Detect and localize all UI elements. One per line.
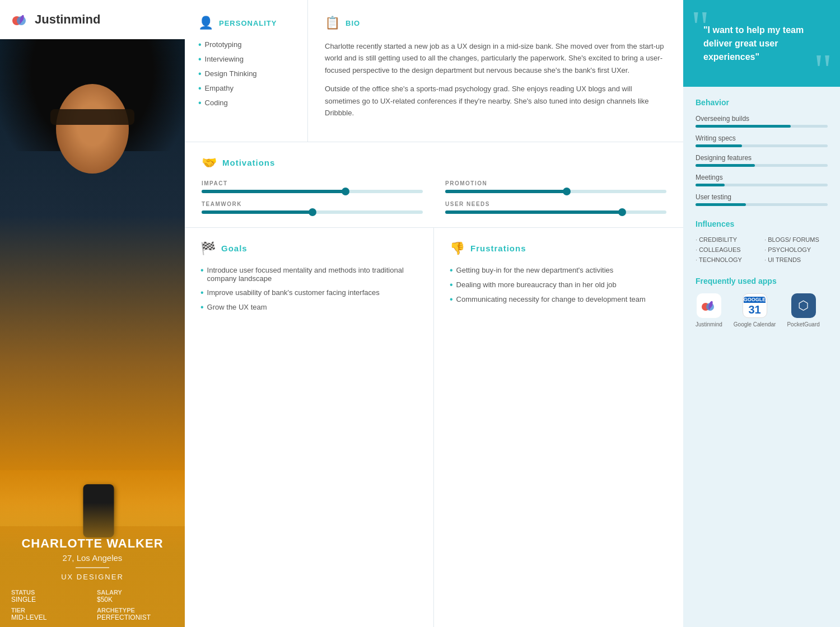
- person-divider: [76, 567, 109, 568]
- behavior-fill: [696, 125, 791, 128]
- behavior-section: Behavior Overseeing builds Writing specs…: [696, 98, 828, 206]
- app-item: Justinmind: [696, 293, 722, 327]
- influence-item: CREDIBILITY: [696, 236, 759, 243]
- personality-section: 👤 PERSONALITY PrototypingInterviewingDes…: [185, 0, 308, 142]
- behavior-title: Behavior: [696, 98, 828, 107]
- motivation-dot: [618, 208, 626, 216]
- bio-icon: 📋: [325, 16, 340, 30]
- motivation-fill: [202, 190, 346, 193]
- behavior-bar: [696, 184, 828, 186]
- motivations-icon: 🤝: [202, 156, 217, 170]
- app-label: PocketGuard: [787, 321, 819, 327]
- person-info: CHARLOTTE WALKER 27, Los Angeles UX DESI…: [0, 503, 185, 627]
- personality-icon: 👤: [198, 16, 213, 30]
- behavior-label: Overseeing builds: [696, 115, 828, 123]
- behavior-fill: [696, 164, 755, 167]
- influences-section: Influences CREDIBILITYBLOGS/ FORUMSCOLLE…: [696, 219, 828, 263]
- behavior-item: User testing: [696, 193, 828, 206]
- frustrations-section: 👎 Frustrations Getting buy-in for the ne…: [434, 228, 683, 627]
- personality-item: Empathy: [198, 84, 294, 93]
- goals-section: 🏁 Goals Introduce user focused mentality…: [185, 228, 434, 627]
- frustration-item: Getting buy-in for the new department's …: [450, 266, 668, 275]
- motivation-grid: IMPACT PROMOTION TEAMWORK USER NEEDS: [202, 180, 666, 214]
- behavior-label: Designing features: [696, 154, 828, 162]
- right-panel: " "I want to help my team deliver great …: [683, 0, 840, 627]
- person-name: CHARLOTTE WALKER: [11, 536, 174, 551]
- motivation-item: IMPACT: [202, 180, 423, 193]
- motivation-dot: [342, 188, 349, 195]
- frustration-item: Dealing with more bureaucracy than in he…: [450, 280, 668, 289]
- personality-header: 👤 PERSONALITY: [198, 16, 294, 30]
- motivation-fill: [445, 190, 567, 193]
- behavior-bars: Overseeing builds Writing specs Designin…: [696, 115, 828, 206]
- motivation-bar: [202, 210, 423, 214]
- personality-item: Design Thinking: [198, 69, 294, 78]
- stat-salary-label: SALARY: [97, 589, 174, 596]
- motivations-title: Motivations: [222, 158, 275, 167]
- behavior-label: User testing: [696, 193, 828, 201]
- personality-item: Interviewing: [198, 55, 294, 64]
- behavior-fill: [696, 203, 746, 206]
- middle-top: 👤 PERSONALITY PrototypingInterviewingDes…: [185, 0, 683, 142]
- frustrations-title: Frustrations: [470, 244, 526, 253]
- influence-item: UI TRENDS: [764, 256, 828, 263]
- influence-item: COLLEAGUES: [696, 246, 759, 253]
- frustrations-icon: 👎: [450, 241, 465, 256]
- behavior-item: Designing features: [696, 154, 828, 167]
- behavior-label: Meetings: [696, 174, 828, 181]
- bio-header: 📋 BIO: [325, 16, 666, 30]
- quote-block: " "I want to help my team deliver great …: [683, 0, 840, 87]
- goal-item: Introduce user focused mentality and met…: [200, 266, 418, 283]
- behavior-item: Writing specs: [696, 134, 828, 147]
- behavior-item: Overseeing builds: [696, 115, 828, 128]
- stat-tier-value: MID-LEVEL: [11, 614, 88, 621]
- logo-icon: [10, 10, 30, 30]
- app-item: ⬡ PocketGuard: [787, 293, 819, 327]
- motivation-dot: [309, 208, 316, 216]
- behavior-fill: [696, 144, 742, 147]
- quote-text: "I want to help my team deliver great us…: [699, 24, 824, 64]
- bio-para2: Outside of the office she's a sports-mad…: [325, 83, 666, 119]
- bottom-sections: 🏁 Goals Introduce user focused mentality…: [185, 228, 683, 627]
- personality-title: PERSONALITY: [219, 19, 277, 27]
- motivation-item: USER NEEDS: [445, 201, 666, 214]
- app-icon: GOOGLE 31: [743, 293, 767, 318]
- frustrations-list: Getting buy-in for the new department's …: [450, 266, 668, 304]
- motivations-header: 🤝 Motivations: [202, 156, 666, 170]
- app-icon: ⬡: [791, 293, 816, 318]
- behavior-fill: [696, 184, 725, 186]
- motivation-item: PROMOTION: [445, 180, 666, 193]
- middle-panel: 👤 PERSONALITY PrototypingInterviewingDes…: [185, 0, 683, 627]
- person-age: 27, Los Angeles: [11, 553, 174, 563]
- motivation-dot: [563, 188, 571, 195]
- goal-item: Improve usability of bank's customer fac…: [200, 288, 418, 297]
- behavior-bar: [696, 125, 828, 128]
- motivation-bar: [445, 190, 666, 193]
- left-panel: Justinmind CHARLOTTE WALKER 27, Los Ange…: [0, 0, 185, 627]
- behavior-item: Meetings: [696, 174, 828, 186]
- person-role: UX DESIGNER: [11, 573, 174, 581]
- influences-grid: CREDIBILITYBLOGS/ FORUMSCOLLEAGUESPSYCHO…: [696, 236, 828, 263]
- goals-title: Goals: [221, 244, 248, 253]
- apps-title: Frequently used apps: [696, 277, 828, 286]
- motivation-label: PROMOTION: [445, 180, 666, 186]
- stat-archetype: ARCHETYPE PERFECTIONIST: [97, 607, 174, 621]
- personality-item: Coding: [198, 99, 294, 107]
- motivation-bar: [445, 210, 666, 214]
- motivation-bar: [202, 190, 423, 193]
- stat-status: STATUS SINGLE: [11, 589, 88, 603]
- motivation-fill: [202, 210, 312, 214]
- behavior-bar: [696, 203, 828, 206]
- goal-item: Grow the UX team: [200, 303, 418, 312]
- stat-status-label: STATUS: [11, 589, 88, 596]
- stat-archetype-label: ARCHETYPE: [97, 607, 174, 614]
- app-label: Google Calendar: [734, 321, 776, 327]
- stat-salary-value: $50K: [97, 596, 174, 603]
- goals-icon: 🏁: [200, 241, 216, 256]
- logo-text: Justinmind: [35, 12, 100, 27]
- app-item: GOOGLE 31 Google Calendar: [734, 293, 776, 327]
- motivation-label: TEAMWORK: [202, 201, 423, 207]
- motivation-label: USER NEEDS: [445, 201, 666, 207]
- frustration-item: Communicating necessity for change to de…: [450, 295, 668, 304]
- influence-item: PSYCHOLOGY: [764, 246, 828, 253]
